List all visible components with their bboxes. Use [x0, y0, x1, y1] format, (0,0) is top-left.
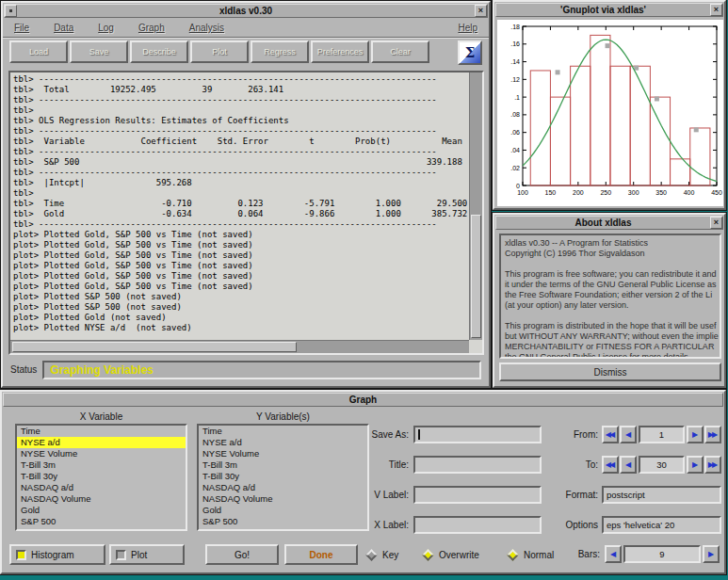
to-last-button[interactable]: ▶▶ — [704, 456, 721, 474]
log-area[interactable]: tbl> -----------------------------------… — [8, 71, 484, 355]
y-variable-label: Y Variable(s) — [197, 411, 369, 422]
menubar: File Data Log Graph Analysis Help — [3, 19, 489, 38]
list-item[interactable]: Gold — [199, 505, 367, 516]
menu-data[interactable]: Data — [54, 23, 73, 33]
describe-button[interactable]: Describe — [130, 40, 188, 63]
bars-increment-button[interactable]: ▶ — [703, 545, 720, 563]
vertical-scrollbar[interactable] — [469, 72, 482, 340]
go-button[interactable]: Go! — [205, 544, 279, 565]
list-item[interactable]: NASDAQ a/d — [17, 482, 186, 493]
sigma-icon[interactable]: Σ — [458, 40, 482, 65]
status-value: Graphing Variables — [50, 363, 153, 377]
to-value[interactable]: 30 — [639, 456, 685, 474]
from-next-button[interactable]: ▶ — [687, 426, 704, 443]
svg-text:0: 0 — [516, 183, 520, 189]
log-text: tbl> -----------------------------------… — [13, 74, 467, 338]
dismiss-button[interactable]: Dismiss — [499, 362, 721, 381]
v-label-input[interactable] — [413, 486, 542, 504]
menu-log[interactable]: Log — [98, 23, 114, 33]
x-label-input[interactable] — [413, 516, 542, 534]
title-label: Title: — [341, 456, 409, 474]
horizontal-scrollbar-thumb[interactable] — [12, 342, 297, 352]
from-prev-button[interactable]: ◀ — [620, 426, 637, 443]
gnuplot-window: 'Gnuplot via xldlas' × 0.02.04.06.08.1.1… — [493, 0, 726, 210]
overwrite-toggle[interactable]: Overwrite — [424, 544, 479, 565]
menu-analysis[interactable]: Analysis — [189, 23, 224, 33]
svg-text:.04: .04 — [510, 147, 520, 153]
graph-titlebar: Graph — [3, 393, 723, 407]
normal-toggle[interactable]: Normal — [509, 544, 554, 565]
about-text-area: xldlas v0.30 -- A Program for Statistics… — [499, 234, 721, 359]
close-icon[interactable]: × — [710, 4, 722, 16]
list-item[interactable]: T-Bill 30y — [17, 471, 186, 482]
save-as-input[interactable] — [413, 426, 542, 443]
list-item[interactable]: Time — [17, 426, 186, 437]
menu-graph[interactable]: Graph — [138, 23, 165, 33]
load-button[interactable]: Load — [9, 40, 68, 63]
main-window-titlebar: xldlas v0.30 × — [4, 4, 488, 18]
from-last-button[interactable]: ▶▶ — [704, 426, 721, 443]
options-label: Options — [544, 516, 598, 534]
key-toggle[interactable]: Key — [367, 544, 398, 565]
list-item[interactable]: NYSE Volume — [17, 448, 186, 459]
options-input[interactable]: eps 'helvetica' 20 — [602, 516, 721, 534]
svg-text:.12: .12 — [510, 76, 520, 83]
vertical-scrollbar-thumb[interactable] — [471, 215, 481, 338]
svg-text:.02: .02 — [510, 165, 520, 171]
close-icon[interactable]: × — [475, 5, 487, 17]
v-label-label: V Label: — [341, 486, 409, 504]
list-item[interactable]: NASDAQ Volume — [17, 493, 186, 505]
about-text: xldlas v0.30 -- A Program for Statistics… — [501, 235, 720, 359]
graph-window-title: Graph — [4, 395, 722, 406]
main-window: xldlas v0.30 × File Data Log Graph Analy… — [1, 1, 491, 388]
text-cursor — [418, 429, 420, 440]
to-next-button[interactable]: ▶ — [687, 456, 704, 474]
diamond-icon — [507, 549, 519, 561]
about-window: About xldlas × xldlas v0.30 -- A Program… — [493, 213, 726, 388]
preferences-button[interactable]: Preferences — [311, 40, 369, 63]
list-item[interactable]: T-Bill 3m — [17, 459, 186, 471]
menu-file[interactable]: File — [14, 23, 29, 33]
list-item[interactable]: Gold — [17, 505, 186, 516]
to-label: To: — [544, 456, 598, 474]
svg-text:100: 100 — [517, 189, 528, 196]
checkbox-icon — [116, 550, 126, 560]
close-icon[interactable]: × — [710, 217, 722, 229]
normal-toggle-label: Normal — [524, 550, 554, 560]
regress-button[interactable]: Regress — [251, 40, 309, 63]
horizontal-scrollbar[interactable] — [10, 340, 469, 353]
status-label: Status — [10, 364, 37, 375]
key-toggle-label: Key — [382, 550, 398, 560]
format-input[interactable]: postscript — [602, 486, 721, 504]
to-first-button[interactable]: ◀◀ — [602, 456, 619, 474]
svg-text:450: 450 — [711, 189, 722, 196]
save-button[interactable]: Save — [70, 40, 128, 63]
svg-text:300: 300 — [628, 189, 639, 196]
histogram-toggle-label: Histogram — [31, 550, 74, 560]
plot-button[interactable]: Plot — [190, 40, 249, 63]
graph-window: Graph X Variable Y Variable(s) TimeNYSE … — [0, 390, 726, 574]
about-titlebar: About xldlas × — [495, 216, 723, 230]
menu-help[interactable]: Help — [458, 23, 477, 33]
window-menu-button[interactable] — [5, 5, 17, 17]
gnuplot-titlebar: 'Gnuplot via xldlas' × — [495, 3, 723, 17]
plot-toggle[interactable]: Plot — [109, 544, 185, 565]
from-value[interactable]: 1 — [639, 426, 685, 443]
title-input[interactable] — [413, 456, 542, 474]
done-button[interactable]: Done — [284, 544, 358, 565]
bars-decrement-button[interactable]: ◀ — [605, 545, 622, 563]
to-prev-button[interactable]: ◀ — [620, 456, 637, 474]
gnuplot-window-title: 'Gnuplot via xldlas' — [496, 5, 710, 16]
clear-button[interactable]: Clear — [371, 40, 429, 63]
svg-text:250: 250 — [600, 189, 611, 196]
svg-text:.16: .16 — [510, 40, 520, 47]
list-item[interactable]: S&P 500 — [17, 516, 186, 527]
list-item[interactable]: NYSE a/d — [17, 437, 186, 448]
histogram-toggle[interactable]: Histogram — [9, 544, 105, 565]
bars-label: Bars: — [556, 545, 600, 563]
from-first-button[interactable]: ◀◀ — [602, 426, 619, 443]
histogram-chart: 0.02.04.06.08.1.12.14.16.181001502002503… — [497, 20, 723, 206]
bars-value[interactable]: 9 — [623, 545, 701, 563]
status-bar: Status Graphing Variables — [10, 360, 481, 379]
x-variable-list[interactable]: TimeNYSE a/dNYSE VolumeT-Bill 3mT-Bill 3… — [15, 424, 187, 531]
